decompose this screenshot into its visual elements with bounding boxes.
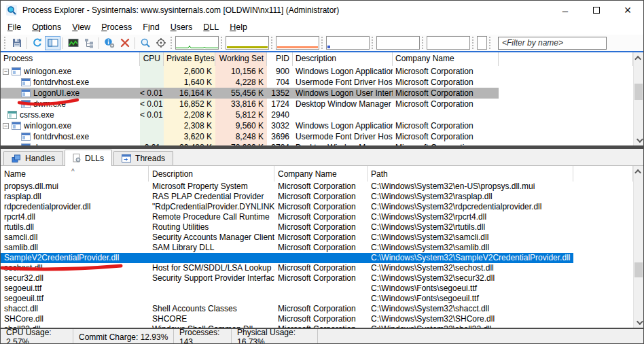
- process-row[interactable]: csrss.exe < 0.01 2,208 K 5,812 K 2940: [1, 109, 633, 120]
- scrollbar-up-button[interactable]: [634, 166, 643, 177]
- toolbar-grip[interactable]: [171, 37, 173, 49]
- gpu-history-minigraph[interactable]: [427, 36, 470, 50]
- show-lower-pane-button[interactable]: [45, 36, 60, 50]
- toolbar-grip[interactable]: [372, 37, 374, 49]
- disk-history-minigraph[interactable]: [376, 36, 420, 50]
- dll-description-cell: Security Accounts Manager Client ...: [149, 233, 274, 243]
- properties-button[interactable]: [101, 36, 117, 50]
- scrollbar-down-button[interactable]: [634, 317, 643, 328]
- app-icon: [6, 5, 17, 16]
- process-row[interactable]: − winlogon.exe 2,308 K 9,560 K 3032 Wind…: [1, 120, 633, 131]
- tree-expander-icon[interactable]: −: [3, 69, 9, 75]
- process-row[interactable]: fontdrvhost.exe 3,620 K 8,248 K 3696 Use…: [1, 131, 633, 142]
- commit-history-minigraph[interactable]: [226, 36, 269, 50]
- toolbar-grip[interactable]: [489, 37, 492, 49]
- process-row[interactable]: dwm.exe 0.01 20,488 K 72,920 K 3784 Desk…: [1, 142, 633, 145]
- column-header-process[interactable]: Process: [1, 52, 140, 66]
- toolbar-separator: [135, 37, 135, 49]
- cpu-usage-minigraph[interactable]: [175, 36, 219, 50]
- tree-expander-icon[interactable]: −: [3, 123, 9, 129]
- column-header-pid[interactable]: PID: [267, 52, 293, 66]
- dll-row[interactable]: shacct.dll Shell Accounts Classes Micros…: [1, 304, 633, 314]
- kill-process-button[interactable]: [117, 36, 132, 50]
- column-header-description[interactable]: Description: [293, 52, 393, 66]
- dll-row[interactable]: shell32.dll Windows Shell Common Dll Mic…: [1, 324, 633, 329]
- save-button[interactable]: [9, 36, 24, 50]
- dll-row[interactable]: sechost.dll Host for SCM/SDDL/LSA Lookup…: [1, 263, 633, 273]
- dll-row[interactable]: rasplap.dll RAS PLAP Credential Provider…: [1, 192, 633, 202]
- column-header-private-bytes[interactable]: Private Bytes: [164, 52, 215, 66]
- maximize-button[interactable]: [581, 1, 612, 20]
- scrollbar-thumb[interactable]: [634, 84, 643, 100]
- dll-row[interactable]: rtutils.dll Routing Utilities Microsoft …: [1, 222, 633, 233]
- close-button[interactable]: ×: [612, 1, 643, 20]
- dll-row[interactable]: propsys.dll.mui Microsoft Property Syste…: [1, 182, 633, 192]
- column-header-path[interactable]: Path: [368, 166, 573, 182]
- process-row[interactable]: − winlogon.exe 2,600 K 10,156 K 900 Wind…: [1, 66, 633, 77]
- dll-row[interactable]: secur32.dll Security Support Provider In…: [1, 273, 633, 283]
- dll-row[interactable]: SHCore.dll SHCORE Microsoft Corporation …: [1, 314, 633, 324]
- scrollbar-down-button[interactable]: [634, 135, 643, 145]
- process-tree-button[interactable]: [81, 36, 96, 50]
- menu-item[interactable]: File: [2, 21, 26, 33]
- io-history-minigraph[interactable]: [276, 36, 319, 50]
- menu-item[interactable]: Process: [96, 21, 137, 33]
- refresh-button[interactable]: [29, 36, 45, 50]
- dll-row[interactable]: SampleV2CredentialProvider.dll C:\Window…: [1, 253, 633, 263]
- dll-description-cell: Security Support Provider Interface: [149, 273, 274, 283]
- minimize-button[interactable]: –: [550, 1, 581, 20]
- menu-item[interactable]: View: [67, 21, 96, 33]
- toolbar-grip[interactable]: [271, 37, 274, 49]
- menu-item[interactable]: Users: [165, 21, 198, 33]
- menu-item[interactable]: Help: [224, 21, 253, 33]
- dll-company-cell: Microsoft Corporation: [274, 192, 368, 202]
- process-row[interactable]: fontdrvhost.exe 1,640 K 4,228 K 704 User…: [1, 77, 633, 88]
- toolbar-grip[interactable]: [472, 37, 475, 49]
- description-cell: Desktop Window Manager: [293, 142, 393, 145]
- toolbar-grip[interactable]: [422, 37, 425, 49]
- tab-handles[interactable]: Handles: [3, 151, 63, 165]
- menu-item[interactable]: DLL: [198, 21, 224, 33]
- toolbar-grip[interactable]: [221, 37, 223, 49]
- column-header-company[interactable]: Company Name: [393, 52, 499, 66]
- dll-description-cell: Microsoft Property System: [149, 182, 274, 192]
- toolbar-grip[interactable]: [321, 37, 324, 49]
- dll-row[interactable]: segoeuil.ttf C:\Windows\Fonts\segoeuil.t…: [1, 294, 633, 304]
- scrollbar-up-button[interactable]: [634, 52, 643, 63]
- row-filler: [573, 202, 633, 212]
- row-filler: [573, 243, 633, 253]
- pid-cell: 2940: [267, 109, 293, 120]
- dll-pane-scrollbar[interactable]: [633, 166, 643, 328]
- column-header-description[interactable]: Description: [149, 166, 274, 182]
- dll-row[interactable]: samcli.dll Security Accounts Manager Cli…: [1, 233, 633, 243]
- close-icon: ×: [624, 7, 632, 14]
- column-header-cpu[interactable]: CPU: [140, 52, 164, 66]
- dll-row[interactable]: rdpcredentialprovider.dll "RdpCredential…: [1, 202, 633, 212]
- column-header-name[interactable]: Name: [1, 166, 149, 182]
- tab-dlls[interactable]: DLLs: [65, 150, 112, 166]
- filter-input[interactable]: [498, 37, 607, 50]
- process-row[interactable]: dwm.exe < 0.01 16,852 K 33,816 K 1724 De…: [1, 99, 633, 109]
- column-header-working-set[interactable]: Working Set: [215, 52, 267, 66]
- tab-threads[interactable]: Threads: [113, 151, 173, 165]
- scrollbar-thumb[interactable]: [634, 262, 643, 277]
- process-pane-scrollbar[interactable]: [633, 52, 643, 145]
- dll-row[interactable]: rpcrt4.dll Remote Procedure Call Runtime…: [1, 212, 633, 222]
- dll-row[interactable]: segoeui.ttf C:\Windows\Fonts\segoeui.ttf: [1, 283, 633, 294]
- company-cell: Microsoft Corporation: [393, 120, 499, 131]
- small-minigraph[interactable]: [477, 36, 487, 50]
- process-icon: [21, 133, 31, 141]
- row-filler: [573, 212, 633, 222]
- process-row[interactable]: LogonUI.exe < 0.01 16,164 K 55,456 K 135…: [1, 88, 633, 99]
- company-cell: Microsoft Corporation: [393, 142, 499, 145]
- system-information-button[interactable]: [65, 36, 81, 50]
- dll-row[interactable]: samlib.dll SAM Library DLL Microsoft Cor…: [1, 243, 633, 253]
- description-cell: Windows Logon Application: [293, 66, 393, 77]
- find-window-target-button[interactable]: [153, 36, 168, 50]
- menu-item[interactable]: Options: [26, 21, 67, 33]
- column-header-company[interactable]: Company Name: [274, 166, 368, 182]
- find-handle-button[interactable]: [137, 36, 153, 50]
- toolbar-grip[interactable]: [4, 37, 7, 49]
- network-history-minigraph[interactable]: [326, 36, 370, 50]
- menu-item[interactable]: Find: [137, 21, 164, 33]
